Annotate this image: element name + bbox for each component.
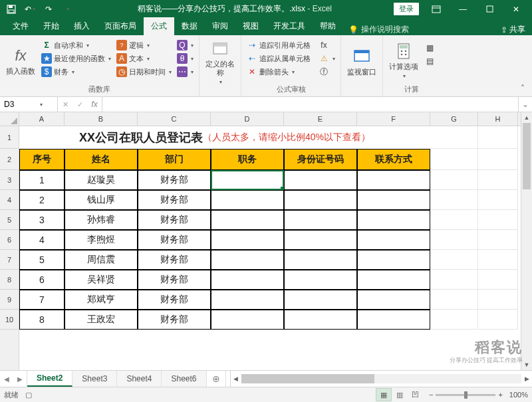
cell-H6[interactable] xyxy=(478,230,518,250)
zoom-level[interactable]: 100% xyxy=(509,391,528,399)
insert-function-button[interactable]: fx 插入函数 xyxy=(3,37,38,84)
horizontal-scrollbar[interactable]: ◀ ▶ xyxy=(230,371,533,387)
select-all-corner[interactable] xyxy=(0,112,19,126)
data-cell-r6-c4[interactable] xyxy=(284,230,357,250)
data-cell-r10-c3[interactable] xyxy=(211,310,284,330)
data-cell-r5-c5[interactable] xyxy=(357,210,430,230)
title-cell[interactable]: XX公司在职人员登记表（人员太多，请缩小比例40%以下查看） xyxy=(19,126,430,149)
tab-insert[interactable]: 插入 xyxy=(66,17,97,35)
autosum-button[interactable]: Σ自动求和▾ xyxy=(39,39,113,52)
header-部门[interactable]: 部门 xyxy=(138,149,211,170)
sheet-tab-sheet2[interactable]: Sheet2 xyxy=(27,371,72,387)
header-序号[interactable]: 序号 xyxy=(19,149,65,170)
normal-view-button[interactable]: ▦ xyxy=(376,388,392,401)
data-cell-r10-c2[interactable]: 财务部 xyxy=(138,310,211,330)
cell-H3[interactable] xyxy=(478,170,518,190)
zoom-slider[interactable] xyxy=(436,394,495,396)
header-姓名[interactable]: 姓名 xyxy=(65,149,138,170)
calc-now-button[interactable]: ▦ xyxy=(422,41,437,54)
cell-H4[interactable] xyxy=(478,190,518,210)
financial-button[interactable]: $财务▾ xyxy=(39,65,113,78)
tab-help[interactable]: 帮助 xyxy=(313,17,343,35)
hscroll-thumb[interactable] xyxy=(241,374,374,383)
name-box-dropdown[interactable]: ▾ xyxy=(40,102,43,108)
data-cell-r3-c1[interactable]: 赵璇昊 xyxy=(65,170,138,190)
more-functions-button[interactable]: ⋯▾ xyxy=(175,65,196,78)
column-header-H[interactable]: H xyxy=(478,112,518,126)
recently-used-button[interactable]: ★最近使用的函数▾ xyxy=(39,52,113,65)
data-cell-r9-c0[interactable]: 7 xyxy=(19,290,65,310)
scroll-left-arrow[interactable]: ◀ xyxy=(231,375,241,382)
scroll-down-arrow[interactable]: ▼ xyxy=(521,359,532,370)
fx-icon[interactable]: fx xyxy=(87,100,102,109)
add-sheet-button[interactable]: ⊕ xyxy=(207,371,225,387)
zoom-in-button[interactable]: + xyxy=(498,391,502,399)
enter-formula-button[interactable]: ✓ xyxy=(72,100,87,109)
tab-file[interactable]: 文件 xyxy=(5,17,36,35)
redo-button[interactable]: ↷ xyxy=(40,2,57,17)
data-cell-r7-c0[interactable]: 5 xyxy=(19,250,65,270)
data-cell-r7-c3[interactable] xyxy=(211,250,284,270)
cell-G4[interactable] xyxy=(430,190,478,210)
data-cell-r8-c3[interactable] xyxy=(211,270,284,290)
cell-H1[interactable] xyxy=(478,126,518,149)
data-cell-r8-c1[interactable]: 吴祥贤 xyxy=(65,270,138,290)
row-header-5[interactable]: 5 xyxy=(0,210,19,230)
column-header-F[interactable]: F xyxy=(357,112,430,126)
data-cell-r5-c0[interactable]: 3 xyxy=(19,210,65,230)
data-cell-r9-c4[interactable] xyxy=(284,290,357,310)
tab-developer[interactable]: 开发工具 xyxy=(266,17,313,35)
data-cell-r3-c2[interactable]: 财务部 xyxy=(138,170,211,190)
row-header-2[interactable]: 2 xyxy=(0,149,19,170)
data-cell-r8-c4[interactable] xyxy=(284,270,357,290)
tab-home[interactable]: 开始 xyxy=(36,17,66,35)
close-button[interactable]: ✕ xyxy=(503,0,529,18)
row-header-4[interactable]: 4 xyxy=(0,190,19,210)
data-cell-r9-c3[interactable] xyxy=(211,290,284,310)
data-cell-r8-c5[interactable] xyxy=(357,270,430,290)
data-cell-r4-c0[interactable]: 2 xyxy=(19,190,65,210)
error-checking-button[interactable]: ⚠▾ xyxy=(317,52,337,65)
data-cell-r3-c5[interactable] xyxy=(357,170,430,190)
row-header-6[interactable]: 6 xyxy=(0,230,19,250)
ribbon-display-options[interactable] xyxy=(423,0,450,18)
page-break-view-button[interactable]: 凹 xyxy=(408,388,424,401)
column-header-G[interactable]: G xyxy=(430,112,478,126)
data-cell-r5-c3[interactable] xyxy=(211,210,284,230)
column-header-B[interactable]: B xyxy=(65,112,138,126)
column-header-D[interactable]: D xyxy=(211,112,284,126)
tab-page-layout[interactable]: 页面布局 xyxy=(97,17,144,35)
data-cell-r7-c5[interactable] xyxy=(357,250,430,270)
cells-area[interactable]: XX公司在职人员登记表（人员太多，请缩小比例40%以下查看）序号姓名部门职务身份… xyxy=(19,126,521,330)
row-header-1[interactable]: 1 xyxy=(0,126,19,149)
column-header-E[interactable]: E xyxy=(284,112,357,126)
text-button[interactable]: A文本▾ xyxy=(114,52,174,65)
scroll-right-arrow[interactable]: ▶ xyxy=(521,375,532,382)
evaluate-formula-button[interactable]: ⓕ xyxy=(317,65,337,78)
trace-precedents-button[interactable]: ⇢追踪引用单元格 xyxy=(245,39,313,52)
math-trig-button[interactable]: θ▾ xyxy=(175,52,196,65)
header-联系方式[interactable]: 联系方式 xyxy=(357,149,430,170)
cell-G7[interactable] xyxy=(430,250,478,270)
date-time-button[interactable]: ◷日期和时间▾ xyxy=(114,65,174,78)
macro-record-icon[interactable]: ▢ xyxy=(25,391,32,399)
sheet-tab-sheet6[interactable]: Sheet6 xyxy=(162,371,206,387)
share-button[interactable]: ⇪ 共享 xyxy=(494,24,532,35)
watch-window-button[interactable]: 监视窗口 xyxy=(344,37,379,86)
tab-view[interactable]: 视图 xyxy=(235,17,266,35)
cell-G6[interactable] xyxy=(430,230,478,250)
data-cell-r7-c4[interactable] xyxy=(284,250,357,270)
scroll-up-arrow[interactable]: ▲ xyxy=(521,112,532,123)
data-cell-r5-c2[interactable]: 财务部 xyxy=(138,210,211,230)
row-header-10[interactable]: 10 xyxy=(0,310,19,330)
remove-arrows-button[interactable]: ✕删除箭头▾ xyxy=(245,65,313,78)
cancel-formula-button[interactable]: ✕ xyxy=(58,100,72,109)
undo-button[interactable]: ↶▾ xyxy=(21,2,39,17)
column-header-C[interactable]: C xyxy=(138,112,211,126)
cell-H5[interactable] xyxy=(478,210,518,230)
data-cell-r5-c4[interactable] xyxy=(284,210,357,230)
data-cell-r10-c1[interactable]: 王政宏 xyxy=(65,310,138,330)
tell-me-search[interactable]: 💡 操作说明搜索 xyxy=(343,24,414,35)
minimize-button[interactable]: — xyxy=(450,0,476,18)
expand-formula-bar[interactable]: ⌄ xyxy=(518,97,532,112)
